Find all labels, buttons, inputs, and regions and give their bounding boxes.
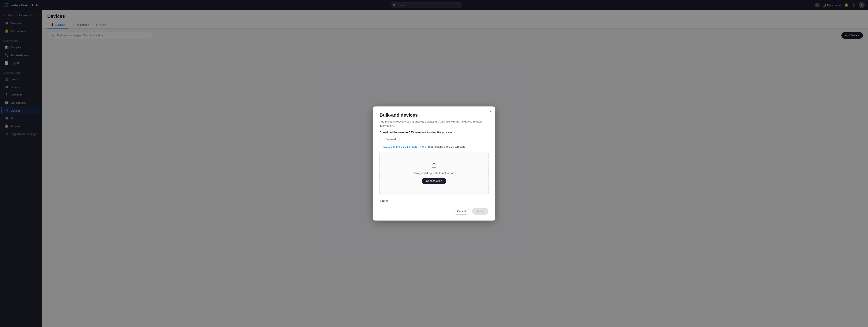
csv-help-row: › How to edit the CSV file. Learn more a… (379, 145, 489, 148)
csv-help-link[interactable]: How to edit the CSV file. Learn more (382, 145, 426, 148)
modal-footer: Cancel Import (379, 208, 489, 215)
name-label: Name: (379, 200, 489, 203)
bulk-add-devices-modal: × Bulk-add devices Add multiple XoD devi… (373, 107, 495, 220)
modal-title: Bulk-add devices (379, 112, 489, 118)
chevron-right-icon: › (379, 145, 380, 148)
upload-icon (431, 162, 437, 169)
choose-file-button[interactable]: Choose a file (422, 178, 446, 184)
import-button[interactable]: Import (472, 208, 489, 215)
modal-subtitle: Add multiple XoD devices at once by uplo… (379, 120, 489, 128)
modal-close-button[interactable]: × (490, 110, 492, 113)
csv-help-suffix: about editing the CSV template (428, 145, 465, 148)
drop-zone-text: Drag and drop a file to upload or (384, 172, 484, 175)
download-csv-button[interactable]: Download (379, 136, 400, 142)
modal-overlay: × Bulk-add devices Add multiple XoD devi… (0, 0, 868, 327)
file-drop-zone[interactable]: Drag and drop a file to upload or Choose… (379, 152, 489, 195)
modal-instruction: Download the sample CSV template to star… (379, 131, 489, 134)
cancel-button[interactable]: Cancel (453, 208, 470, 215)
